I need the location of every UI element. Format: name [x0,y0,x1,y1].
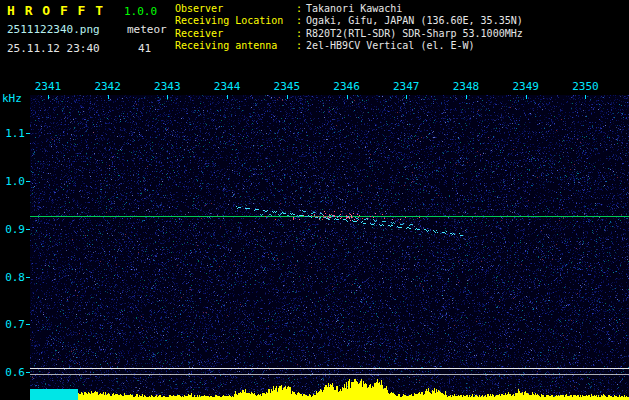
info-value: R820T2(RTL-SDR) SDR-Sharp 53.1000MHz [306,28,523,39]
time-tick-label: 2343 [150,80,184,93]
info-row: Receiving antenna:2el-HB9CV Vertical (el… [175,40,523,52]
info-separator: : [296,40,306,52]
observation-mode: meteor [127,23,167,36]
info-row: Receiving Location:Ogaki, Gifu, JAPAN (1… [175,15,523,27]
time-tick-label: 2342 [91,80,125,93]
freq-tick-label: 1.0 [3,175,25,188]
info-value: Takanori Kawachi [306,3,402,14]
info-label: Receiving Location [175,15,296,27]
time-tick-label: 2350 [568,80,602,93]
time-tick-label: 2347 [389,80,423,93]
time-tick-label: 2345 [270,80,304,93]
freq-tick-label: 0.8 [3,271,25,284]
spectrogram-canvas [30,95,629,400]
info-separator: : [296,28,306,40]
info-value: Ogaki, Gifu, JAPAN (136.60E, 35.35N) [306,15,523,26]
time-tick-label: 2348 [449,80,483,93]
time-tick-label: 2344 [210,80,244,93]
info-separator: : [296,3,306,15]
time-tick-label: 2346 [330,80,364,93]
info-separator: : [296,15,306,27]
info-value: 2el-HB9CV Vertical (el. E-W) [306,40,475,51]
info-label: Receiver [175,28,296,40]
observation-datetime: 25.11.12 23:40 [7,42,100,55]
info-row: Receiver:R820T2(RTL-SDR) SDR-Sharp 53.10… [175,28,523,40]
info-label: Receiving antenna [175,40,296,52]
hrofft-screen: H R O F F T 1.0.0 2511122340.png meteor … [0,0,629,400]
freq-tick-label: 0.7 [3,318,25,331]
app-title: H R O F F T [7,3,104,18]
info-table: Observer:Takanori KawachiReceiving Locat… [175,3,523,53]
freq-tick-label: 0.9 [3,223,25,236]
info-label: Observer [175,3,296,15]
freq-tick-label: 0.6 [3,366,25,379]
time-tick-label: 2349 [509,80,543,93]
output-filename: 2511122340.png [7,23,100,36]
info-row: Observer:Takanori Kawachi [175,3,523,15]
frequency-unit-label: kHz [2,92,22,105]
time-tick-label: 2341 [31,80,65,93]
freq-tick-label: 1.1 [3,127,25,140]
echo-count: 41 [138,42,151,55]
app-version: 1.0.0 [124,5,157,18]
